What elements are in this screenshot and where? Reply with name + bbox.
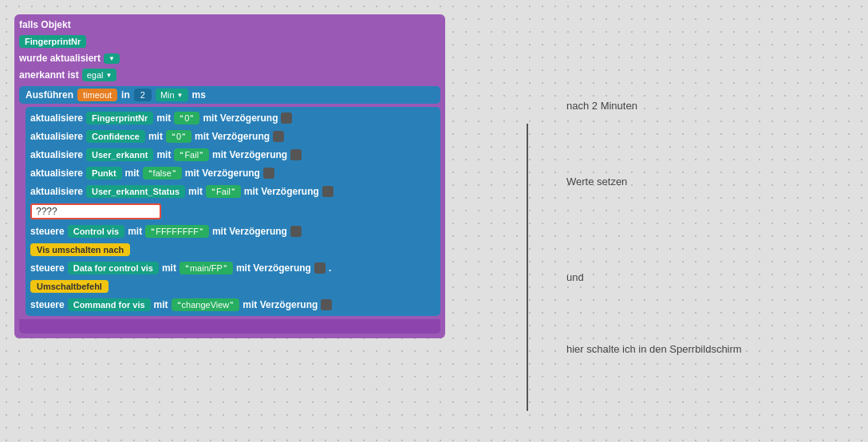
anerkannt-row: anerkannt ist egal [19, 67, 440, 83]
action-row-3: aktualisiere Punkt mit ❝ false ❞ mit Ver… [30, 165, 436, 181]
object-1[interactable]: Confidence [86, 130, 145, 143]
mit-1: mit [148, 131, 163, 142]
value-text-2: Fail [184, 150, 199, 160]
control-vis-value: ❝ FFFFFFFF ❞ [145, 225, 209, 238]
value-2: ❝ Fail ❞ [174, 148, 209, 161]
steuere-1: steuere [30, 226, 65, 237]
command-for-vis-text: changeView [182, 300, 230, 310]
value-text-4: Fail [216, 187, 231, 196]
verb-4: aktualisiere [30, 186, 83, 197]
annotation-line [527, 124, 528, 411]
purple-bottom-connector [19, 319, 440, 333]
object-2[interactable]: User_erkannt [86, 148, 153, 161]
action-row-1: aktualisiere Confidence mit ❝ 0 ❞ mit Ve… [30, 128, 436, 144]
data-control-vis-pill[interactable]: Data for control vis [68, 262, 159, 274]
falls-objekt-label: falls Objekt [19, 19, 71, 30]
ausfuhren-label: Ausführen [26, 89, 73, 101]
mit-4: mit [188, 186, 203, 197]
annotation-nach-2-minuten: nach 2 Minuten [566, 100, 637, 112]
command-for-vis-pill[interactable]: Command for vis [68, 298, 151, 311]
delay-4: mit Verzögerung [244, 186, 319, 197]
value-text-0: 0 [184, 113, 189, 123]
data-control-vis-value: ❝ main/FP ❞ [180, 262, 233, 274]
data-for-control-vis-row: steuere Data for control vis mit ❝ main/… [30, 260, 436, 276]
delay-e: mit Verzögerung [243, 299, 318, 310]
toggle-3[interactable] [263, 168, 274, 179]
timeout-number[interactable]: 2 [134, 89, 152, 101]
falls-objekt-row: falls Objekt [19, 18, 440, 32]
value-text-3: false [153, 168, 172, 178]
annotation-werte-setzen: Werte setzen [566, 176, 627, 187]
value-3: ❝ false ❞ [143, 167, 182, 180]
steuere-2: steuere [30, 262, 65, 274]
steuere-3: steuere [30, 299, 65, 310]
fingerprintnr-row: FingerprintNr [19, 34, 440, 49]
mit-0: mit [156, 112, 171, 124]
verb-2: aktualisiere [30, 149, 83, 160]
value-4: ❝ Fail ❞ [206, 185, 241, 198]
execute-block: Ausführen timeout in 2 Min ms [19, 86, 440, 104]
verb-1: aktualisiere [30, 131, 83, 142]
object-3[interactable]: Punkt [86, 167, 122, 180]
delay-1: mit Verzögerung [195, 131, 270, 142]
object-4[interactable]: User_erkannt_Status [86, 185, 185, 198]
ms-label: ms [192, 89, 206, 101]
wurde-aktualisiert-row: wurde aktualisiert [19, 51, 440, 65]
command-for-vis-row: steuere Command for vis mit ❝ changeView… [30, 297, 436, 313]
data-control-vis-text: main/FP [190, 263, 223, 273]
in-label: in [121, 89, 130, 101]
delay-0: mit Verzögerung [203, 112, 278, 124]
verb-3: aktualisiere [30, 168, 83, 179]
egal-dropdown[interactable]: egal [82, 69, 117, 81]
delay-c: mit Verzögerung [212, 226, 287, 237]
toggle-d[interactable] [314, 262, 326, 274]
command-for-vis-value: ❝ changeView ❞ [172, 298, 240, 311]
action-row-2: aktualisiere User_erkannt mit ❝ Fail ❞ m… [30, 147, 436, 163]
dot-d: . [329, 262, 331, 274]
fingerprintnr-pill[interactable]: FingerprintNr [19, 35, 86, 48]
toggle-e[interactable] [321, 299, 332, 310]
control-vis-text: FFFFFFFF [156, 227, 199, 236]
control-vis-row: steuere Control vis mit ❝ FFFFFFFF ❞ mit… [30, 223, 436, 239]
delay-3: mit Verzögerung [185, 168, 260, 179]
delay-2: mit Verzögerung [212, 149, 287, 160]
toggle-2[interactable] [290, 149, 302, 160]
update-dropdown[interactable] [104, 53, 120, 64]
value-text-1: 0 [176, 132, 181, 141]
mit-d: mit [162, 262, 176, 274]
wurde-aktualisiert-label: wurde aktualisiert [19, 53, 101, 64]
verb-0: aktualisiere [30, 112, 83, 124]
yellow-row-1: Vis umschalten nach [30, 242, 436, 258]
mit-2: mit [156, 149, 171, 160]
toggle-1[interactable] [273, 131, 284, 142]
delay-d: mit Verzögerung [236, 262, 311, 274]
timeout-pill[interactable]: timeout [77, 89, 117, 101]
vis-umschalten-label: Vis umschalten nach [30, 243, 130, 256]
mit-e: mit [154, 299, 168, 310]
annotation-sperrbildschirm: hier schalte ich in den Sperrbildschirm [566, 343, 742, 355]
control-vis-pill[interactable]: Control vis [68, 225, 124, 238]
block-container: falls Objekt FingerprintNr wurde aktuali… [14, 14, 445, 338]
action-row-4: aktualisiere User_erkannt_Status mit ❝ F… [30, 184, 436, 199]
action-row-0: aktualisiere FingerprintNr mit ❝ 0 ❞ mit… [30, 110, 436, 126]
value-1: ❝ 0 ❞ [166, 130, 191, 143]
toggle-4[interactable] [322, 186, 333, 197]
text-input-row [30, 202, 436, 221]
anerkannt-label: anerkannt ist [19, 69, 79, 81]
toggle-c[interactable] [290, 226, 302, 237]
object-0[interactable]: FingerprintNr [86, 112, 153, 124]
mit-c: mit [128, 226, 142, 237]
annotation-und: und [566, 271, 584, 283]
inner-blue-section: aktualisiere FingerprintNr mit ❝ 0 ❞ mit… [26, 107, 440, 316]
min-dropdown[interactable]: Min [156, 89, 188, 101]
outer-purple-block: falls Objekt FingerprintNr wurde aktuali… [14, 14, 445, 338]
yellow-row-2: Umschaltbefehl [30, 278, 436, 294]
value-0: ❝ 0 ❞ [174, 112, 199, 124]
toggle-0[interactable] [281, 112, 292, 124]
umschaltbefehl-label: Umschaltbefehl [30, 280, 108, 293]
text-input-field[interactable] [30, 203, 161, 219]
mit-3: mit [125, 168, 140, 179]
